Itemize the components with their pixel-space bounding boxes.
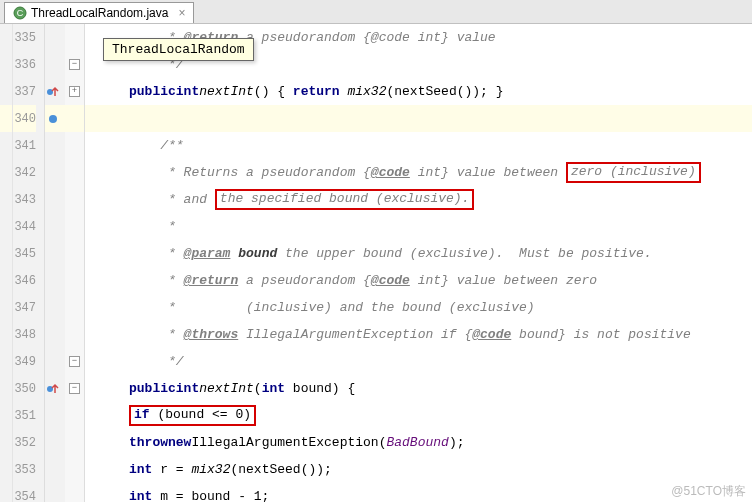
tab-close-icon[interactable]: × <box>178 6 185 20</box>
line-number: 335 <box>0 24 36 51</box>
code-editor[interactable]: 335 336 337 340 341 342 343 344 345 346 … <box>0 24 752 502</box>
line-number: 337 <box>0 78 36 105</box>
code-line[interactable]: * and the specified bound (exclusive). <box>125 186 752 213</box>
line-number: 354 <box>0 483 36 502</box>
line-number: 353 <box>0 456 36 483</box>
code-line[interactable]: throw new IllegalArgumentException(BadBo… <box>125 429 752 456</box>
line-number: 345 <box>0 240 36 267</box>
line-number: 343 <box>0 186 36 213</box>
fold-collapse-icon[interactable]: − <box>69 356 80 367</box>
code-line[interactable]: int r = mix32(nextSeed()); <box>125 456 752 483</box>
line-number: 341 <box>0 132 36 159</box>
svg-point-3 <box>49 115 57 123</box>
code-line[interactable]: */ <box>125 348 752 375</box>
line-number: 346 <box>0 267 36 294</box>
code-line[interactable]: * @param bound the upper bound (exclusiv… <box>125 240 752 267</box>
line-number: 340 <box>0 105 36 132</box>
code-line[interactable]: * (inclusive) and the bound (exclusive) <box>125 294 752 321</box>
override-marker-icon[interactable] <box>45 381 61 397</box>
line-number: 351 <box>0 402 36 429</box>
tab-bar: C ThreadLocalRandom.java × <box>0 0 752 24</box>
code-line-highlighted[interactable] <box>125 105 752 132</box>
code-line[interactable]: * Returns a pseudorandom {@code int} val… <box>125 159 752 186</box>
java-class-icon: C <box>13 6 27 20</box>
file-tab[interactable]: C ThreadLocalRandom.java × <box>4 2 194 23</box>
hover-tooltip: ThreadLocalRandom <box>103 38 254 61</box>
code-line[interactable]: * <box>125 213 752 240</box>
code-line[interactable]: * @return a pseudorandom {@code int} val… <box>125 267 752 294</box>
breakpoint-marker-icon[interactable] <box>45 111 61 127</box>
code-line[interactable]: public int nextInt() { return mix32(next… <box>125 78 752 105</box>
fold-column: − + − − <box>65 24 85 502</box>
highlight-box: the specified bound (exclusive). <box>215 189 475 210</box>
line-number: 347 <box>0 294 36 321</box>
code-content[interactable]: * @return a pseudorandom {@code int} val… <box>125 24 752 502</box>
fold-collapse-icon[interactable]: − <box>69 383 80 394</box>
code-line[interactable]: * @throws IllegalArgumentException if {@… <box>125 321 752 348</box>
tab-filename: ThreadLocalRandom.java <box>31 6 168 20</box>
highlight-box: if (bound <= 0) <box>129 405 256 426</box>
line-number: 344 <box>0 213 36 240</box>
line-number: 342 <box>0 159 36 186</box>
highlight-box: zero (inclusive) <box>566 162 701 183</box>
fold-collapse-icon[interactable]: − <box>69 59 80 70</box>
override-marker-icon[interactable] <box>45 84 61 100</box>
indent-guide-column <box>85 24 125 502</box>
line-number: 336 <box>0 51 36 78</box>
code-line[interactable]: /** <box>125 132 752 159</box>
fold-expand-icon[interactable]: + <box>69 86 80 97</box>
line-number: 350 <box>0 375 36 402</box>
code-line[interactable]: int m = bound - 1; <box>125 483 752 502</box>
code-line[interactable]: if (bound <= 0) <box>125 402 752 429</box>
line-number: 348 <box>0 321 36 348</box>
svg-text:C: C <box>17 8 24 18</box>
marker-column <box>45 24 65 502</box>
line-number: 349 <box>0 348 36 375</box>
line-number-gutter: 335 336 337 340 341 342 343 344 345 346 … <box>0 24 45 502</box>
watermark: @51CTO博客 <box>671 483 746 500</box>
code-line[interactable]: public int nextInt(int bound) { <box>125 375 752 402</box>
line-number: 352 <box>0 429 36 456</box>
